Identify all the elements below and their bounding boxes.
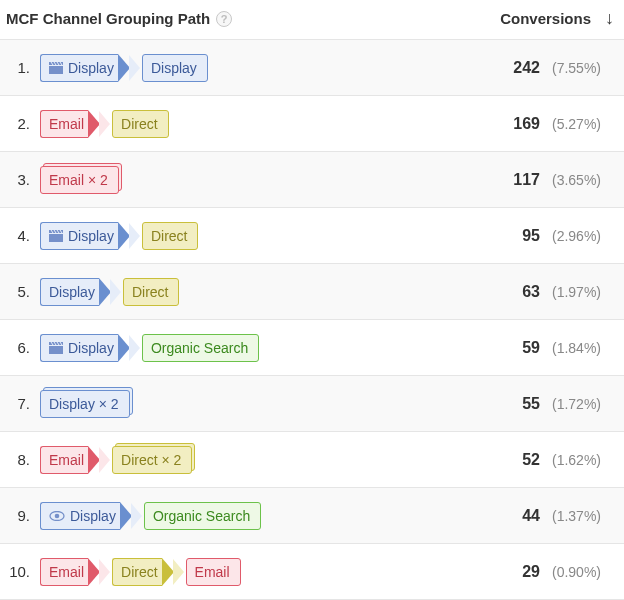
- conversions-value: 44: [522, 507, 540, 525]
- header-path[interactable]: MCF Channel Grouping Path ?: [6, 10, 454, 27]
- conversions-percent: (1.72%): [552, 396, 610, 412]
- table-row[interactable]: 9.DisplayOrganic Search44(1.37%): [0, 488, 624, 544]
- conversions-cell: 242(7.55%): [454, 59, 614, 77]
- channel-chip-organic[interactable]: Organic Search: [142, 334, 259, 362]
- conversions-value: 95: [522, 227, 540, 245]
- chevron-right-icon: [99, 278, 111, 306]
- row-rank: 6.: [6, 339, 40, 356]
- conversions-cell: 117(3.65%): [454, 171, 614, 189]
- chip-label: Display: [68, 228, 114, 244]
- table-row[interactable]: 5.DisplayDirect63(1.97%): [0, 264, 624, 320]
- conversions-value: 29: [522, 563, 540, 581]
- table-row[interactable]: 8.EmailDirect × 252(1.62%): [0, 432, 624, 488]
- row-rank: 1.: [6, 59, 40, 76]
- table-row[interactable]: 1.DisplayDisplay242(7.55%): [0, 40, 624, 96]
- conversions-cell: 95(2.96%): [454, 227, 614, 245]
- chip-body: Organic Search: [144, 502, 261, 530]
- table-header: MCF Channel Grouping Path ? Conversions …: [0, 0, 624, 40]
- channel-chip-organic[interactable]: Organic Search: [144, 502, 261, 530]
- conversions-value: 117: [513, 171, 540, 189]
- table-row[interactable]: 4.DisplayDirect95(2.96%): [0, 208, 624, 264]
- chip-label: Display: [68, 340, 114, 356]
- clapper-icon: [49, 230, 63, 242]
- channel-chip-display[interactable]: Display: [40, 334, 140, 362]
- conversions-value: 59: [522, 339, 540, 357]
- chip-body: Display: [40, 502, 120, 530]
- conversions-percent: (2.96%): [552, 228, 610, 244]
- channel-chip-email[interactable]: Email: [40, 110, 110, 138]
- chip-body: Display × 2: [40, 390, 130, 418]
- chip-label: Direct: [151, 228, 188, 244]
- chip-body: Display: [40, 222, 118, 250]
- chip-body: Direct: [112, 558, 162, 586]
- channel-chip-email[interactable]: Email: [40, 558, 110, 586]
- conversions-value: 55: [522, 395, 540, 413]
- table-row[interactable]: 10.EmailDirectEmail29(0.90%): [0, 544, 624, 600]
- chip-body: Email: [186, 558, 241, 586]
- eye-icon: [49, 511, 65, 521]
- path-cell: DisplayOrganic Search: [40, 502, 454, 530]
- clapper-icon: [49, 62, 63, 74]
- channel-chip-display[interactable]: Display: [40, 222, 140, 250]
- path-cell: EmailDirectEmail: [40, 558, 454, 586]
- chip-body: Direct: [142, 222, 199, 250]
- channel-chip-display[interactable]: Display: [40, 278, 121, 306]
- chevron-right-icon: [118, 54, 130, 82]
- conversions-cell: 63(1.97%): [454, 283, 614, 301]
- chevron-right-icon: [120, 502, 132, 530]
- conversions-percent: (1.97%): [552, 284, 610, 300]
- table-row[interactable]: 6.DisplayOrganic Search59(1.84%): [0, 320, 624, 376]
- conversions-cell: 52(1.62%): [454, 451, 614, 469]
- chip-body: Display: [40, 334, 118, 362]
- channel-chip-direct[interactable]: Direct × 2: [112, 446, 192, 474]
- channel-chip-direct[interactable]: Direct: [142, 222, 199, 250]
- channel-chip-display[interactable]: Display × 2: [40, 390, 130, 418]
- svg-rect-0: [49, 66, 63, 74]
- sort-arrow-down-icon[interactable]: ↓: [605, 8, 614, 29]
- channel-chip-email[interactable]: Email: [40, 446, 110, 474]
- chip-body: Email × 2: [40, 166, 119, 194]
- conversions-value: 52: [522, 451, 540, 469]
- chip-body: Email: [40, 446, 88, 474]
- chip-label: Email: [49, 564, 84, 580]
- path-cell: DisplayDirect: [40, 222, 454, 250]
- chip-body: Display: [40, 54, 118, 82]
- help-icon[interactable]: ?: [216, 11, 232, 27]
- clapper-icon: [49, 342, 63, 354]
- header-path-label: MCF Channel Grouping Path: [6, 10, 210, 27]
- channel-chip-direct[interactable]: Direct: [112, 110, 169, 138]
- chip-label: Email: [195, 564, 230, 580]
- chip-label: Email × 2: [49, 172, 108, 188]
- chip-label: Direct × 2: [121, 452, 181, 468]
- chip-label: Display: [151, 60, 197, 76]
- channel-chip-display[interactable]: Display: [40, 54, 140, 82]
- chip-body: Direct: [112, 110, 169, 138]
- row-rank: 8.: [6, 451, 40, 468]
- chip-label: Direct: [132, 284, 169, 300]
- table-row[interactable]: 2.EmailDirect169(5.27%): [0, 96, 624, 152]
- channel-chip-email[interactable]: Email × 2: [40, 166, 119, 194]
- chip-label: Display: [70, 508, 116, 524]
- table-row[interactable]: 3.Email × 2117(3.65%): [0, 152, 624, 208]
- conversions-cell: 59(1.84%): [454, 339, 614, 357]
- header-conversions[interactable]: Conversions ↓: [454, 8, 614, 29]
- chip-body: Email: [40, 558, 88, 586]
- path-cell: EmailDirect: [40, 110, 454, 138]
- row-rank: 3.: [6, 171, 40, 188]
- channel-chip-email[interactable]: Email: [186, 558, 241, 586]
- channel-chip-direct[interactable]: Direct: [112, 558, 184, 586]
- svg-point-19: [55, 513, 60, 518]
- chip-label: Display: [68, 60, 114, 76]
- channel-chip-display[interactable]: Display: [40, 502, 142, 530]
- channel-chip-display[interactable]: Display: [142, 54, 208, 82]
- row-rank: 10.: [6, 563, 40, 580]
- conversions-percent: (7.55%): [552, 60, 610, 76]
- row-rank: 9.: [6, 507, 40, 524]
- svg-rect-6: [49, 234, 63, 242]
- conversions-percent: (1.37%): [552, 508, 610, 524]
- chevron-right-icon: [118, 222, 130, 250]
- channel-chip-direct[interactable]: Direct: [123, 278, 180, 306]
- chip-label: Direct: [121, 564, 158, 580]
- table-row[interactable]: 7.Display × 255(1.72%): [0, 376, 624, 432]
- chevron-right-icon: [88, 446, 100, 474]
